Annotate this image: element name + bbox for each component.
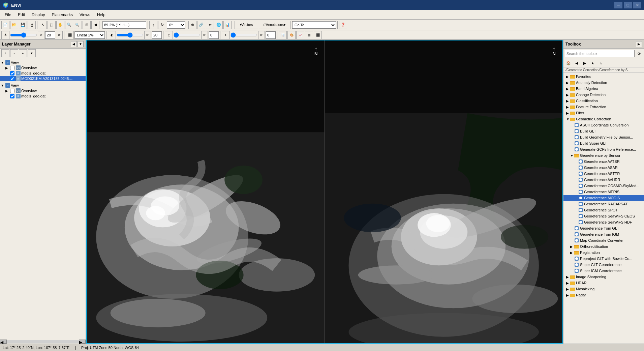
layer2-item[interactable]: R MOD021KM.A2013185.0245.005.2... (0, 76, 86, 81)
toolbox-item-super-igm-georef[interactable]: Super IGM Georeference (563, 268, 644, 274)
expand-geometric-correction[interactable]: ▼ (566, 117, 570, 121)
toolbox-item-ascii-coord[interactable]: ASCII Coordinate Conversion (563, 122, 644, 128)
toolbox-item-build-super-glt[interactable]: Build Super GLT (563, 140, 644, 146)
expand-feature-extraction[interactable]: ▶ (566, 105, 570, 109)
transparency-value[interactable] (209, 31, 219, 39)
toolbox-item-feature-extraction[interactable]: ▶Feature Extraction (563, 104, 644, 110)
toolbox-item-map-coord-converter[interactable]: Map Coordinate Converter (563, 237, 644, 243)
expand-band-algebra[interactable]: ▶ (566, 87, 570, 91)
toolbox-item-georef-seawifs-hdf[interactable]: Georeference SeaWiFS HDF (563, 219, 644, 225)
view1-expand[interactable]: ▼ (1, 61, 5, 64)
menu-file[interactable]: File (1, 11, 14, 19)
l3-checkbox[interactable] (10, 94, 14, 98)
cursor-val-button[interactable]: 📊 (223, 21, 232, 29)
ov2-checkbox[interactable] (10, 89, 14, 93)
sharpen-slider[interactable] (231, 32, 257, 38)
tb2-contrast-reset[interactable]: ⟳ (144, 31, 151, 39)
tb2-hist-btn[interactable]: 📈 (296, 31, 304, 39)
toolbox-item-georef-asar[interactable]: Georeference ASAR (563, 165, 644, 171)
toolbox-item-build-geom[interactable]: Build Geometry File by Sensor... (563, 134, 644, 140)
transparency-slider[interactable] (174, 32, 201, 38)
lm-down[interactable]: ▼ (28, 49, 36, 57)
expand-anomaly-detection[interactable]: ▶ (566, 81, 570, 85)
zoom-out-button[interactable]: 🔍- (74, 21, 82, 29)
toolbox-item-georef-cosmo[interactable]: Georeference COSMO-SkyMed... (563, 183, 644, 189)
tb2-sharpen-reset[interactable]: ⟳ (258, 31, 265, 39)
zoom-in-button[interactable]: 🔍 (65, 21, 73, 29)
zoom-link-button[interactable]: 🔗 (197, 21, 205, 29)
print-button[interactable]: 🖨 (28, 21, 36, 29)
expand-mosaicking[interactable]: ▶ (566, 287, 570, 291)
toolbox-item-classification[interactable]: ▶Classification (563, 98, 644, 104)
toolbox-item-georef-seawifs-ceos[interactable]: Georeference SeaWiFS CEOS (563, 213, 644, 219)
menu-placemarks[interactable]: Placemarks (48, 11, 76, 19)
toolbox-item-gen-gcps[interactable]: Generate GCPs from Reference... (563, 146, 644, 152)
tb2-contrast-icon[interactable]: ◐ (108, 31, 116, 39)
open-button[interactable]: 📂 (10, 21, 18, 29)
expand-orthorectification[interactable]: ▶ (570, 245, 574, 248)
toolbox-item-georef-spot[interactable]: Georeference SPOT (563, 207, 644, 213)
vectors-button[interactable]: ▾ Vectors (235, 21, 258, 29)
rotate-button[interactable]: ↻ (158, 21, 166, 29)
overview1-item[interactable]: ▶ OV Overview (0, 65, 86, 70)
toolbox-back-button[interactable]: ◀ (573, 60, 580, 66)
toolbox-refresh-button[interactable]: ⟳ (635, 50, 643, 57)
toolbox-item-georef-aster[interactable]: Georeference ASTER (563, 171, 644, 177)
zoom-input[interactable]: 89.2% (1:1.1...) (102, 21, 146, 29)
tb2-auto-bright[interactable]: ⟳ (56, 31, 63, 39)
toolbox-item-anomaly-detection[interactable]: ▶Anomaly Detection (563, 80, 644, 86)
menu-edit[interactable]: Edit (14, 11, 28, 19)
expand-classification[interactable]: ▶ (566, 99, 570, 103)
lm-collapse-all[interactable]: ◀ (71, 41, 77, 47)
tb2-brightness-reset[interactable]: ⟳ (38, 31, 44, 39)
toolbox-item-image-sharpening[interactable]: ▶Image Sharpening (563, 274, 644, 280)
goto-select[interactable]: Go To (292, 21, 336, 29)
expand-image-sharpening[interactable]: ▶ (566, 275, 570, 279)
annotations-button[interactable]: 🖊 Annotations ▾ (259, 21, 289, 29)
menu-display[interactable]: Display (28, 11, 48, 19)
ov2-expand[interactable]: ▶ (5, 89, 9, 93)
tb2-scatter-btn[interactable]: ⬛ (314, 31, 322, 39)
toolbox-item-filter[interactable]: ▶Filter (563, 110, 644, 116)
tb2-stretch-btn[interactable]: ⬛ (66, 31, 74, 39)
toolbox-item-change-detection[interactable]: ▶Change Detection (563, 92, 644, 98)
view-right[interactable]: ↑ N (325, 40, 563, 343)
toolbox-favorites-button[interactable]: ★ (589, 60, 596, 66)
toolbox-item-radar[interactable]: ▶Radar (563, 292, 644, 298)
toolbox-item-georef-aatsr[interactable]: Georeference AATSR (563, 158, 644, 165)
toolbox-item-georef-meris[interactable]: Georeference MERIS (563, 189, 644, 195)
contrast-slider[interactable] (117, 32, 144, 38)
toolbox-search-input[interactable] (565, 50, 635, 57)
view2-expand[interactable]: ▼ (1, 84, 5, 87)
lm-scroll-track[interactable] (7, 340, 79, 343)
tb2-band-select[interactable]: 📊 (279, 31, 287, 39)
tb2-density-btn[interactable]: ▤ (305, 31, 313, 39)
toolbox-collapse[interactable]: ▶ (636, 41, 642, 47)
ov1-expand[interactable]: ▶ (5, 66, 9, 70)
stretch-select[interactable]: Linear 2% Linear Equalization (74, 31, 105, 39)
north-up-button[interactable]: ↑ (149, 21, 157, 29)
view1-item[interactable]: ▼ V View (0, 60, 86, 65)
toolbox-item-georef-avhrr[interactable]: Georeference AVHRR (563, 177, 644, 183)
expand-registration[interactable]: ▶ (570, 251, 574, 255)
tb2-sharpen-icon[interactable]: ✦ (222, 31, 230, 39)
lm-options[interactable]: ▼ (78, 41, 84, 47)
toolbox-item-registration[interactable]: ▶Registration (563, 250, 644, 256)
lm-scroll-right[interactable]: ▶ (79, 340, 86, 344)
rotation-select[interactable]: 0° (167, 21, 185, 29)
lm-scroll-left[interactable]: ◀ (0, 340, 7, 344)
tb2-transparency-icon[interactable]: ◻ (165, 31, 173, 39)
tb2-rgb-btn[interactable]: 🎨 (287, 31, 296, 39)
l1-checkbox[interactable] (10, 71, 14, 76)
expand-favorites[interactable]: ▶ (566, 75, 570, 79)
cursor-button[interactable]: ↖ (39, 21, 47, 29)
l2-checkbox[interactable] (10, 77, 14, 81)
tb2-transparency-reset[interactable]: ⟳ (201, 31, 208, 39)
minimize-button[interactable]: ─ (614, 2, 622, 8)
toolbox-item-reproject-glt[interactable]: Reproject GLT with Bowtie Co... (563, 256, 644, 262)
pan-link-button[interactable]: ⇔ (206, 21, 214, 29)
lm-hscrollbar[interactable]: ◀ ▶ (0, 339, 86, 344)
toolbox-item-geometric-correction[interactable]: ▼Geometric Correction (563, 116, 644, 122)
view-left[interactable]: ↑ N (87, 40, 325, 343)
expand-change-detection[interactable]: ▶ (566, 93, 570, 97)
